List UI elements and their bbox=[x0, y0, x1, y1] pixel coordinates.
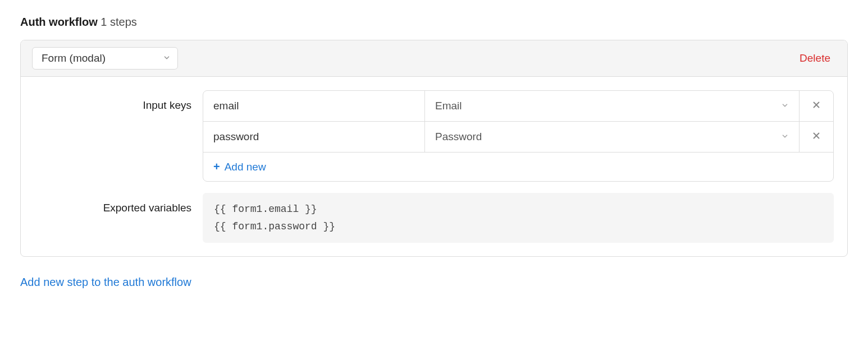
input-key-type-label: Email bbox=[435, 100, 462, 112]
add-step-button[interactable]: Add new step to the auth workflow bbox=[20, 276, 191, 289]
add-input-key-row: + Add new bbox=[203, 153, 833, 181]
section-title-count: 1 steps bbox=[100, 16, 136, 28]
input-keys-label: Input keys bbox=[34, 90, 203, 112]
input-key-name[interactable]: email bbox=[203, 91, 425, 121]
input-key-type-select[interactable]: Email bbox=[425, 91, 800, 121]
input-keys-row: Input keys email Email bbox=[34, 90, 834, 182]
exported-vars-row: Exported variables {{ form1.email }} {{ … bbox=[34, 193, 834, 243]
input-keys-control: email Email bbox=[203, 90, 834, 182]
chevron-down-icon bbox=[163, 52, 171, 64]
input-key-type-select[interactable]: Password bbox=[425, 122, 800, 152]
exported-vars-label: Exported variables bbox=[34, 193, 203, 214]
input-key-row: password Password bbox=[203, 122, 833, 153]
add-input-key-label: Add new bbox=[225, 161, 266, 173]
exported-vars-code: {{ form1.email }} {{ form1.password }} bbox=[203, 193, 834, 243]
section-title-name: Auth workflow bbox=[20, 16, 98, 28]
section-title: Auth workflow 1 steps bbox=[20, 16, 848, 29]
input-key-name[interactable]: password bbox=[203, 122, 425, 152]
chevron-down-icon bbox=[781, 100, 789, 112]
step-header: Form (modal) Delete bbox=[21, 40, 847, 77]
remove-input-key-button[interactable] bbox=[800, 91, 833, 121]
close-icon bbox=[811, 100, 821, 113]
input-key-type-label: Password bbox=[435, 131, 482, 143]
close-icon bbox=[811, 131, 821, 144]
plus-icon: + bbox=[213, 160, 220, 173]
chevron-down-icon bbox=[781, 131, 789, 143]
input-key-row: email Email bbox=[203, 91, 833, 122]
workflow-step-card: Form (modal) Delete Input keys email Ema… bbox=[20, 40, 848, 257]
add-input-key-button[interactable]: + Add new bbox=[203, 153, 276, 181]
exported-vars-control: {{ form1.email }} {{ form1.password }} bbox=[203, 193, 834, 243]
step-body: Input keys email Email bbox=[21, 77, 847, 256]
step-type-label: Form (modal) bbox=[42, 52, 106, 64]
remove-input-key-button[interactable] bbox=[800, 122, 833, 152]
delete-step-button[interactable]: Delete bbox=[794, 49, 836, 68]
input-keys-table: email Email bbox=[203, 90, 834, 182]
step-type-select[interactable]: Form (modal) bbox=[32, 47, 178, 70]
